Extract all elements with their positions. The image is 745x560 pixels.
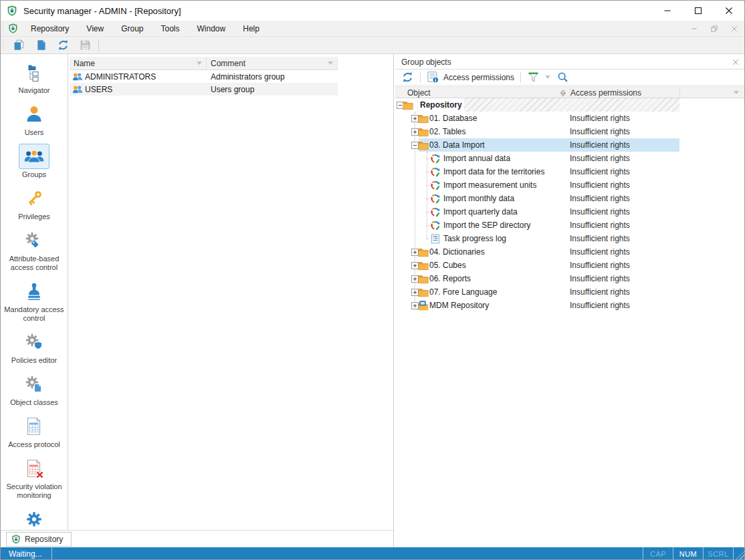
status-indicator-cap: CAP	[643, 550, 673, 558]
tree-row-task-progress-log[interactable]: Task progress logInsufficient rights	[395, 232, 745, 245]
tree-row-import-measurement-units[interactable]: Import measurement unitsInsufficient rig…	[395, 178, 745, 192]
status-indicator-scrl: SCRL	[704, 550, 733, 558]
sidebar-item-access-protocol[interactable]: Access protocol	[1, 414, 68, 449]
access-permission-value: Insufficient rights	[570, 272, 630, 285]
tree-row-repository[interactable]: Repository	[395, 98, 745, 112]
tab-repository[interactable]: Repository	[6, 532, 72, 547]
list-row-administrators[interactable]: ADMINISTRATORS Administrators group	[70, 70, 338, 83]
menu-item-window[interactable]: Window	[189, 21, 235, 36]
sidebar-item-users[interactable]: Users	[1, 102, 68, 137]
tree-row-import-monthly-data[interactable]: Import monthly dataInsufficient rights	[395, 192, 745, 205]
import-icon	[430, 221, 441, 231]
tree-row-05-cubes[interactable]: 05. CubesInsufficient rights	[395, 259, 745, 272]
status-text: Waiting...	[9, 549, 42, 559]
mdi-restore-button[interactable]	[704, 21, 724, 36]
status-indicator-num: NUM	[673, 550, 703, 558]
groups-list-header: NameComment	[70, 57, 338, 70]
minimize-button[interactable]	[652, 1, 683, 21]
chevron-down-icon	[328, 61, 333, 65]
close-button[interactable]	[714, 1, 744, 21]
column-header-access[interactable]: Access permissions	[570, 88, 641, 98]
tree-row-01-database[interactable]: 01. DatabaseInsufficient rights	[395, 112, 745, 125]
resize-grip[interactable]	[734, 547, 744, 560]
column-header-name[interactable]: Name	[70, 57, 207, 70]
copy-button[interactable]	[9, 37, 28, 53]
toolbar-separator	[420, 72, 421, 83]
menubar-grip[interactable]	[1, 23, 5, 35]
refresh-button[interactable]	[54, 37, 72, 53]
objects-tree: Repository01. DatabaseInsufficient right…	[395, 98, 745, 547]
tree-node-label: 02. Tables	[429, 125, 466, 138]
tree-row-import-data-for-the-territories[interactable]: Import data for the territoriesInsuffici…	[395, 165, 745, 178]
tree-row-02-tables[interactable]: 02. TablesInsufficient rights	[395, 125, 745, 138]
access-permissions-label: Access permissions	[443, 73, 514, 82]
tree-node-label: 05. Cubes	[429, 259, 466, 272]
column-header-comment[interactable]: Comment	[207, 57, 338, 70]
tree-row-03-data-import[interactable]: 03. Data ImportInsufficient rights	[395, 138, 745, 152]
sidebar-item-service[interactable]: Service	[1, 507, 68, 530]
tree-row-import-annual-data[interactable]: Import annual dataInsufficient rights	[395, 152, 745, 165]
filter-button[interactable]	[524, 69, 554, 85]
tree-row-07-fore-language[interactable]: 07. Fore LanguageInsufficient rights	[395, 285, 745, 299]
tree-row-04-dictionaries[interactable]: 04. DictionariesInsufficient rights	[395, 245, 745, 259]
navigation-sidebar: Navigator Users Groups Privileges Attrib…	[1, 54, 68, 530]
refresh-button[interactable]	[398, 69, 417, 85]
folder-icon	[403, 100, 413, 110]
sidebar-item-policies-editor[interactable]: Policies editor	[1, 329, 68, 365]
tree-row-mdm-repository[interactable]: MDM RepositoryInsufficient rights	[395, 299, 745, 312]
save-button[interactable]	[76, 37, 94, 53]
group-objects-panel: Group objects Access permissions Object	[395, 54, 745, 547]
mdi-close-button[interactable]	[724, 21, 744, 36]
import-icon	[430, 180, 441, 190]
menu-item-group[interactable]: Group	[112, 21, 152, 36]
list-row-users[interactable]: USERS Users group	[70, 83, 338, 96]
menu-item-help[interactable]: Help	[234, 21, 268, 36]
mdi-minimize-button[interactable]	[684, 21, 704, 36]
sidebar-item-label: Attribute-based access control	[3, 255, 66, 272]
page-icon	[35, 39, 47, 51]
access-permissions-button[interactable]: Access permissions	[423, 69, 518, 85]
column-header-object[interactable]: Object	[407, 88, 431, 98]
sidebar-item-security-violation-monitoring[interactable]: Security violation monitoring	[1, 456, 68, 500]
group-objects-toolbar: Access permissions	[395, 69, 745, 86]
sidebar-item-label: Users	[25, 128, 44, 137]
sidebar-item-navigator[interactable]: Navigator	[1, 59, 68, 95]
toolbar-separator	[520, 72, 521, 83]
folder-icon	[418, 274, 429, 284]
sidebar-item-privileges[interactable]: Privileges	[1, 186, 68, 221]
access-protocol-icon	[24, 416, 44, 436]
sidebar-item-label: Object classes	[10, 398, 58, 407]
sidebar-item-groups[interactable]: Groups	[1, 144, 68, 179]
toolbar-grip[interactable]	[1, 39, 5, 51]
sidebar-item-attribute-based-access-control[interactable]: Attribute-based access control	[1, 228, 68, 272]
menu-item-tools[interactable]: Tools	[152, 21, 189, 36]
tree-node-label: MDM Repository	[429, 299, 489, 312]
tree-node-label: Import the SEP directory	[443, 219, 531, 232]
panel-close-button[interactable]	[730, 57, 741, 67]
document-tab-bar: Repository	[1, 530, 393, 547]
search-button[interactable]	[554, 70, 572, 84]
menu-item-repository[interactable]: Repository	[22, 21, 78, 36]
users-icon	[24, 104, 44, 124]
title-bar[interactable]: Security manager - ADMIN - [Repository]	[1, 1, 744, 21]
folder-icon	[418, 287, 429, 297]
tree-row-06-reports[interactable]: 06. ReportsInsufficient rights	[395, 272, 745, 285]
window-title: Security manager - ADMIN - [Repository]	[23, 6, 181, 16]
maximize-button[interactable]	[683, 1, 714, 21]
column-separator	[679, 87, 680, 98]
tree-node-label: Import data for the territories	[443, 165, 544, 178]
copy-icon	[13, 39, 25, 51]
sidebar-item-object-classes[interactable]: Object classes	[1, 372, 68, 407]
chevron-down-icon[interactable]	[734, 91, 739, 94]
sidebar-item-mandatory-access-control[interactable]: Mandatory access control	[1, 279, 68, 323]
permissions-info-icon	[427, 71, 439, 84]
access-permission-value: Insufficient rights	[570, 245, 630, 259]
sidebar-item-label: Navigator	[18, 86, 49, 95]
tree-connector	[426, 212, 429, 213]
tree-row-import-the-sep-directory[interactable]: Import the SEP directoryInsufficient rig…	[395, 219, 745, 232]
page-button[interactable]	[31, 37, 50, 53]
menu-item-view[interactable]: View	[78, 21, 112, 36]
tree-connector	[426, 172, 429, 172]
tree-row-import-quarterly-data[interactable]: Import quarterly dataInsufficient rights	[395, 205, 745, 219]
access-permission-value: Insufficient rights	[570, 285, 630, 299]
